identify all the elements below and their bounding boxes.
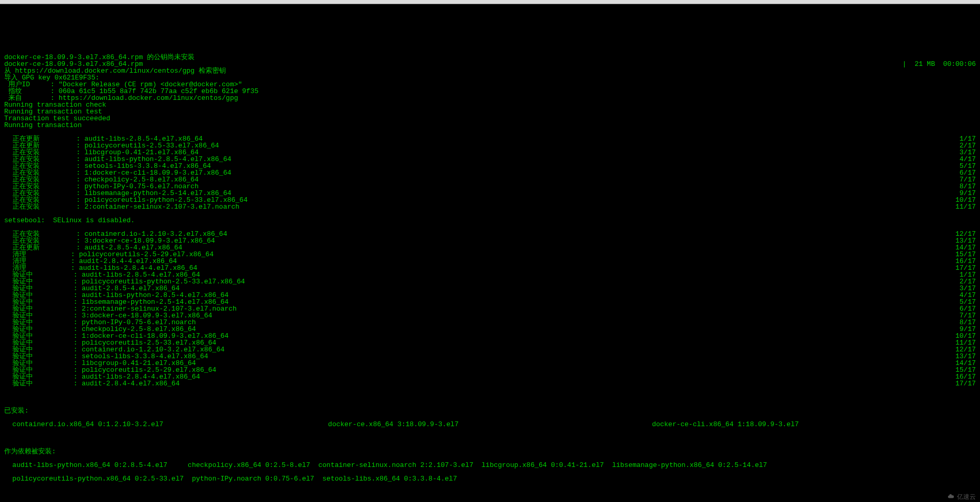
window-titlebar-fragment [0,0,980,4]
installed-list: containerd.io.x86_64 0:1.2.10-3.2.el7 do… [4,421,976,428]
deps-list-row1: audit-libs-python.x86_64 0:2.8.5-4.el7 c… [4,462,976,469]
output-line: Running transaction test [4,108,976,115]
output-line: Running transaction [4,122,976,129]
cloud-icon [947,494,955,499]
transaction-step: 正在安装 : 2:container-selinux-2.107-3.el7.n… [4,203,976,210]
output-line: 来自 : https://download.docker.com/linux/c… [4,95,976,101]
installed-header: 已安装: [4,407,976,414]
selinux-warning: setsebool: SELinux is disabled. [4,217,976,224]
terminal-output[interactable]: docker-ce-18.09.9-3.el7.x86_64.rpm 的公钥尚未… [4,47,976,502]
output-line: Transaction test succeeded [4,115,976,122]
deps-installed-header: 作为依赖被安装: [4,448,976,455]
deps-list-row2: policycoreutils-python.x86_64 0:2.5-33.e… [4,475,976,482]
output-line: docker-ce-18.09.9-3.el7.x86_64.rpm 的公钥尚未… [4,54,976,61]
output-line: 从 https://download.docker.com/linux/cent… [4,67,976,74]
transaction-step: 验证中 : audit-2.8.4-4.el7.x86_6417/17 [4,380,976,387]
watermark: 亿速云 [947,494,976,500]
output-line: Running transaction check [4,101,976,108]
